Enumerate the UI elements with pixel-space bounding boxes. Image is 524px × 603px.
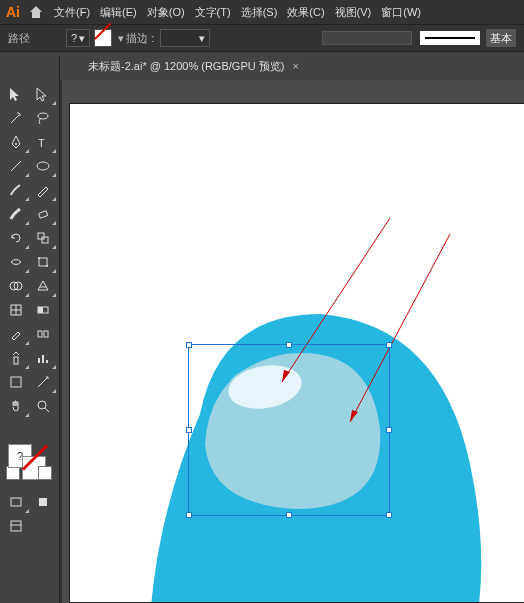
document-title: 未标题-2.ai* @ 1200% (RGB/GPU 预览) xyxy=(88,59,284,74)
stroke-swatch[interactable] xyxy=(94,29,112,47)
slice-tool[interactable] xyxy=(30,370,58,394)
svg-point-9 xyxy=(38,257,40,259)
hand-tool[interactable] xyxy=(2,394,30,418)
svg-rect-23 xyxy=(46,360,48,363)
color-mode-none[interactable] xyxy=(38,466,52,480)
svg-rect-7 xyxy=(42,237,48,243)
menu-window[interactable]: 窗口(W) xyxy=(381,5,421,20)
fill-q: ? xyxy=(71,32,77,44)
svg-point-25 xyxy=(38,401,46,409)
svg-point-10 xyxy=(46,265,48,267)
resize-handle-e[interactable] xyxy=(386,427,392,433)
canvas[interactable] xyxy=(70,104,524,602)
eraser-tool[interactable] xyxy=(30,202,58,226)
svg-rect-8 xyxy=(39,258,47,266)
graphic-style-basic[interactable]: 基本 xyxy=(486,29,516,47)
fill-dropdown[interactable]: ? ▾ xyxy=(66,29,90,47)
rotate-tool[interactable] xyxy=(2,226,30,250)
menubar: Ai 文件(F) 编辑(E) 对象(O) 文字(T) 选择(S) 效果(C) 视… xyxy=(0,0,524,24)
menu-type[interactable]: 文字(T) xyxy=(195,5,231,20)
svg-rect-28 xyxy=(39,498,47,506)
resize-handle-nw[interactable] xyxy=(186,342,192,348)
resize-handle-n[interactable] xyxy=(286,342,292,348)
artboard-tool[interactable] xyxy=(2,370,30,394)
options-bar: 路径 ? ▾ ▾ 描边 : ▾ 基本 xyxy=(0,24,524,52)
resize-handle-se[interactable] xyxy=(386,512,392,518)
gradient-tool[interactable] xyxy=(30,298,58,322)
menu-file[interactable]: 文件(F) xyxy=(54,5,90,20)
menu-view[interactable]: 视图(V) xyxy=(335,5,372,20)
perspective-tool[interactable] xyxy=(30,274,58,298)
svg-point-0 xyxy=(38,113,48,119)
path-label: 路径 xyxy=(8,31,30,46)
home-icon[interactable] xyxy=(28,4,44,20)
menu-effect[interactable]: 效果(C) xyxy=(287,5,324,20)
svg-rect-18 xyxy=(38,331,42,337)
screen-mode[interactable] xyxy=(2,490,30,514)
toolbar: T ? xyxy=(0,56,60,603)
type-tool[interactable]: T xyxy=(30,130,58,154)
pencil-tool[interactable] xyxy=(30,178,58,202)
svg-rect-29 xyxy=(11,521,21,531)
svg-rect-17 xyxy=(38,307,43,313)
menu-edit[interactable]: 编辑(E) xyxy=(100,5,137,20)
edit-toolbar[interactable] xyxy=(2,514,30,538)
resize-handle-ne[interactable] xyxy=(386,342,392,348)
workspace xyxy=(62,80,524,603)
blend-tool[interactable] xyxy=(30,322,58,346)
paintbrush-tool[interactable] xyxy=(2,178,30,202)
zoom-tool[interactable] xyxy=(30,394,58,418)
scale-tool[interactable] xyxy=(30,226,58,250)
graph-tool[interactable] xyxy=(30,346,58,370)
svg-rect-5 xyxy=(39,211,48,218)
free-transform-tool[interactable] xyxy=(30,250,58,274)
pen-tool[interactable] xyxy=(2,130,30,154)
svg-line-26 xyxy=(45,408,49,412)
svg-point-4 xyxy=(37,162,49,170)
resize-handle-w[interactable] xyxy=(186,427,192,433)
resize-handle-s[interactable] xyxy=(286,512,292,518)
resize-handle-sw[interactable] xyxy=(186,512,192,518)
svg-rect-21 xyxy=(38,358,40,363)
width-tool[interactable] xyxy=(2,250,30,274)
stroke-weight[interactable]: ▾ xyxy=(160,29,210,47)
stroke-preview[interactable] xyxy=(420,31,480,45)
document-tab[interactable]: 未标题-2.ai* @ 1200% (RGB/GPU 预览) × xyxy=(78,55,309,78)
draw-mode[interactable] xyxy=(30,490,58,514)
svg-rect-6 xyxy=(38,233,44,239)
svg-rect-27 xyxy=(11,498,21,506)
stroke-label: 描边 : xyxy=(126,31,154,46)
opacity-field[interactable] xyxy=(322,31,412,45)
menu-object[interactable]: 对象(O) xyxy=(147,5,185,20)
svg-rect-22 xyxy=(42,355,44,363)
close-tab-icon[interactable]: × xyxy=(292,60,298,72)
svg-rect-20 xyxy=(14,357,18,364)
ellipse-tool[interactable] xyxy=(30,154,58,178)
svg-text:T: T xyxy=(38,137,45,149)
svg-point-1 xyxy=(15,143,17,145)
line-tool[interactable] xyxy=(2,154,30,178)
magic-wand-tool[interactable] xyxy=(2,106,30,130)
blob-brush-tool[interactable] xyxy=(2,202,30,226)
menu-select[interactable]: 选择(S) xyxy=(241,5,278,20)
selection-bounding-box[interactable] xyxy=(188,344,390,516)
svg-rect-24 xyxy=(11,377,21,387)
svg-rect-19 xyxy=(44,331,48,337)
shape-builder-tool[interactable] xyxy=(2,274,30,298)
direct-select-tool[interactable] xyxy=(30,82,58,106)
eyedropper-tool[interactable] xyxy=(2,322,30,346)
app-logo: Ai xyxy=(6,4,20,20)
document-tabs: 未标题-2.ai* @ 1200% (RGB/GPU 预览) × xyxy=(0,52,524,80)
mesh-tool[interactable] xyxy=(2,298,30,322)
lasso-tool[interactable] xyxy=(30,106,58,130)
symbol-sprayer-tool[interactable] xyxy=(2,346,30,370)
selection-tool[interactable] xyxy=(2,82,30,106)
svg-line-3 xyxy=(11,161,21,171)
